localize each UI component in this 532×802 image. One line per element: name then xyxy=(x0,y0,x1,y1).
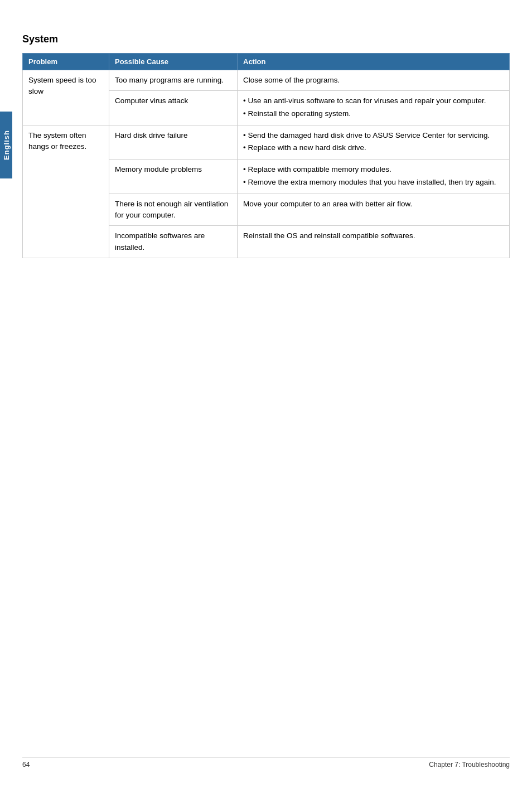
table-cell-cause: Too many programs are running. xyxy=(109,70,238,91)
page-number: 64 xyxy=(22,761,30,769)
table-row: The system often hangs or freezes.Hard d… xyxy=(23,125,510,160)
header-problem: Problem xyxy=(23,54,109,70)
action-bullet: Use an anti-virus software to scan for v… xyxy=(243,95,504,107)
table-cell-action: Close some of the programs. xyxy=(238,70,510,91)
header-cause: Possible Cause xyxy=(109,54,238,70)
action-bullet: Replace with compatible memory modules. xyxy=(243,164,504,175)
table-cell-cause: Hard disk drive failure xyxy=(109,125,238,160)
chapter-label: Chapter 7: Troubleshooting xyxy=(429,761,510,769)
table-cell-cause: There is not enough air ventilation for … xyxy=(109,194,238,226)
side-tab-label: English xyxy=(2,130,11,160)
table-cell-problem: The system often hangs or freezes. xyxy=(23,125,109,258)
action-bullet: Replace with a new hard disk drive. xyxy=(243,142,504,153)
table-cell-action: Use an anti-virus software to scan for v… xyxy=(238,91,510,125)
table-cell-problem: System speed is too slow xyxy=(23,70,109,125)
action-bullet: Remove the extra memory modules that you… xyxy=(243,177,504,188)
table-row: System speed is too slowToo many program… xyxy=(23,70,510,91)
table-cell-cause: Incompatible softwares are installed. xyxy=(109,226,238,258)
main-content: System Problem Possible Cause Action Sys… xyxy=(22,33,510,258)
header-action: Action xyxy=(238,54,510,70)
side-tab: English xyxy=(0,112,12,178)
table-header-row: Problem Possible Cause Action xyxy=(23,54,510,70)
table-cell-action: Reinstall the OS and reinstall compatibl… xyxy=(238,226,510,258)
section-title: System xyxy=(22,33,510,45)
table-cell-cause: Computer virus attack xyxy=(109,91,238,125)
footer: 64 Chapter 7: Troubleshooting xyxy=(22,757,510,769)
action-bullet: Reinstall the operating system. xyxy=(243,108,504,119)
table-cell-action: Send the damaged hard disk drive to ASUS… xyxy=(238,125,510,160)
table-cell-action: Move your computer to an area with bette… xyxy=(238,194,510,226)
table-cell-cause: Memory module problems xyxy=(109,160,238,194)
action-bullet: Send the damaged hard disk drive to ASUS… xyxy=(243,130,504,141)
troubleshooting-table: Problem Possible Cause Action System spe… xyxy=(22,53,510,258)
table-cell-action: Replace with compatible memory modules.R… xyxy=(238,160,510,194)
